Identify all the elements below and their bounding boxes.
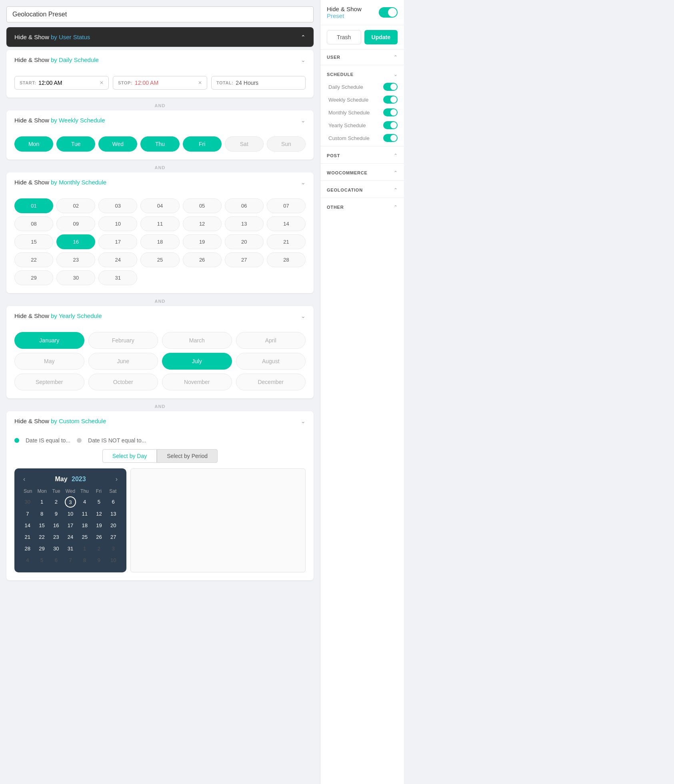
cal-day-4-next[interactable]: 4 [21,555,34,566]
cal-day-21[interactable]: 21 [21,532,34,542]
year-month-oct[interactable]: October [88,374,158,390]
month-day-20[interactable]: 20 [225,234,264,249]
cal-day-10[interactable]: 10 [64,508,77,519]
day-pill-sun[interactable]: Sun [267,136,306,152]
day-pill-fri[interactable]: Fri [183,136,222,152]
month-day-27[interactable]: 27 [225,252,264,267]
month-day-06[interactable]: 06 [225,198,264,213]
month-day-17[interactable]: 17 [98,234,137,249]
day-pill-thu[interactable]: Thu [140,136,179,152]
cal-day-30[interactable]: 30 [49,543,63,554]
cal-day-22[interactable]: 22 [35,532,49,542]
year-month-sep[interactable]: September [14,374,84,390]
month-day-09[interactable]: 09 [56,216,95,231]
update-button[interactable]: Update [364,30,398,44]
cal-day-1-next[interactable]: 1 [78,543,92,554]
schedule-section-header[interactable]: SCHEDULE ⌄ [320,67,404,80]
cal-day-12[interactable]: 12 [92,508,106,519]
weekly-schedule-toggle[interactable] [383,96,398,104]
month-day-31[interactable]: 31 [98,270,137,285]
post-section-header[interactable]: POST ⌃ [320,148,404,162]
month-day-04[interactable]: 04 [140,198,179,213]
monthly-schedule-header[interactable]: Hide & Show by Monthly Schedule ⌄ [6,172,314,192]
day-pill-sat[interactable]: Sat [225,136,264,152]
weekly-schedule-header[interactable]: Hide & Show by Weekly Schedule ⌄ [6,110,314,130]
cal-day-1[interactable]: 1 [35,496,49,508]
cal-day-26[interactable]: 26 [92,532,106,542]
custom-schedule-toggle[interactable] [383,134,398,142]
cal-day-9[interactable]: 9 [49,508,63,519]
day-pill-tue[interactable]: Tue [56,136,95,152]
year-month-feb[interactable]: February [88,332,158,349]
cal-day-20[interactable]: 20 [106,520,120,531]
start-time-field[interactable]: START: 12:00 AM ✕ [14,76,109,90]
cal-day-2-next[interactable]: 2 [92,543,106,554]
cal-day-3-selected[interactable]: 3 [65,496,76,508]
cal-day-17[interactable]: 17 [64,520,77,531]
month-day-23[interactable]: 23 [56,252,95,267]
year-month-jan[interactable]: January [14,332,84,349]
user-section-header[interactable]: USER ⌃ [320,50,404,63]
cal-day-6[interactable]: 6 [106,496,120,508]
cal-day-19[interactable]: 19 [92,520,106,531]
cal-day-24[interactable]: 24 [64,532,77,542]
start-clear-icon[interactable]: ✕ [100,80,104,86]
cal-day-29[interactable]: 29 [35,543,49,554]
cal-day-23[interactable]: 23 [49,532,63,542]
stop-clear-icon[interactable]: ✕ [198,80,202,86]
month-day-14[interactable]: 14 [267,216,306,231]
daily-schedule-header[interactable]: Hide & Show by Daily Schedule ⌄ [6,50,314,70]
month-day-10[interactable]: 10 [98,216,137,231]
cal-day-14[interactable]: 14 [21,520,34,531]
cal-day-8-next[interactable]: 8 [78,555,92,566]
month-day-29[interactable]: 29 [14,270,53,285]
cal-day-18[interactable]: 18 [78,520,92,531]
cal-day-13[interactable]: 13 [106,508,120,519]
cal-day-16[interactable]: 16 [49,520,63,531]
month-day-16[interactable]: 16 [56,234,95,249]
cal-day-11[interactable]: 11 [78,508,92,519]
month-day-24[interactable]: 24 [98,252,137,267]
day-pill-mon[interactable]: Mon [14,136,53,152]
cal-day-4[interactable]: 4 [78,496,92,508]
cal-day-8[interactable]: 8 [35,508,49,519]
yearly-schedule-toggle[interactable] [383,121,398,129]
month-day-07[interactable]: 07 [267,198,306,213]
select-by-period-tab[interactable]: Select by Period [157,449,218,463]
year-month-mar[interactable]: March [162,332,232,349]
day-pill-wed[interactable]: Wed [98,136,137,152]
month-day-22[interactable]: 22 [14,252,53,267]
select-by-day-tab[interactable]: Select by Day [102,449,157,463]
cal-day-25[interactable]: 25 [78,532,92,542]
year-month-dec[interactable]: December [236,374,306,390]
month-day-05[interactable]: 05 [183,198,222,213]
month-day-02[interactable]: 02 [56,198,95,213]
year-month-may[interactable]: May [14,353,84,370]
month-day-12[interactable]: 12 [183,216,222,231]
month-day-30[interactable]: 30 [56,270,95,285]
cal-day-7[interactable]: 7 [21,508,34,519]
cal-day-3-next[interactable]: 3 [106,543,120,554]
cal-day-30-prev[interactable]: 30 [21,496,34,508]
month-day-13[interactable]: 13 [225,216,264,231]
month-day-08[interactable]: 08 [14,216,53,231]
geolocation-section-header[interactable]: GEOLOCATION ⌃ [320,182,404,196]
woocommerce-section-header[interactable]: WOOCOMMERCE ⌃ [320,165,404,179]
month-day-03[interactable]: 03 [98,198,137,213]
cal-day-27[interactable]: 27 [106,532,120,542]
user-status-header[interactable]: Hide & Show by User Status ⌃ [6,27,314,47]
preset-title-input[interactable]: Geolocation Preset [6,6,314,22]
cal-day-5[interactable]: 5 [92,496,106,508]
month-day-25[interactable]: 25 [140,252,179,267]
trash-button[interactable]: Trash [327,30,361,44]
cal-day-9-next[interactable]: 9 [92,555,106,566]
cal-prev-icon[interactable]: ‹ [21,475,28,484]
year-month-jun[interactable]: June [88,353,158,370]
cal-day-6-next[interactable]: 6 [49,555,63,566]
month-day-21[interactable]: 21 [267,234,306,249]
month-day-15[interactable]: 15 [14,234,53,249]
stop-time-field[interactable]: STOP: 12:00 AM ✕ [113,76,207,90]
month-day-11[interactable]: 11 [140,216,179,231]
year-month-apr[interactable]: April [236,332,306,349]
month-day-26[interactable]: 26 [183,252,222,267]
